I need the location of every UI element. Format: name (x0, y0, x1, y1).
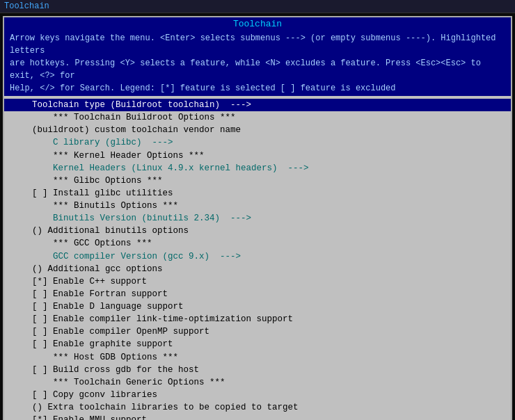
help-text: Arrow keys navigate the menu. <Enter> se… (4, 31, 511, 96)
menu-item-25[interactable]: [*] Enable MMU support (4, 414, 511, 420)
menu-item-4[interactable]: *** Kernel Header Options *** (4, 150, 511, 162)
menu-item-17[interactable]: [ ] Enable compiler link-time-optimizati… (4, 313, 511, 325)
menu-item-1[interactable]: *** Toolchain Buildroot Options *** (4, 111, 511, 124)
menu-item-18[interactable]: [ ] Enable compiler OpenMP support (4, 325, 511, 338)
menu-item-10[interactable]: () Additional binutils options (4, 225, 511, 237)
menu-item-19[interactable]: [ ] Enable graphite support (4, 338, 511, 350)
menu-item-11[interactable]: *** GCC Options *** (4, 237, 511, 250)
title-bar: Toolchain (0, 0, 515, 13)
title-bar-label: Toolchain (4, 1, 49, 11)
menu-item-7[interactable]: [ ] Install glibc utilities (4, 187, 511, 200)
menu-item-0[interactable]: Toolchain type (Buildroot toolchain) ---… (4, 99, 511, 111)
menu-item-16[interactable]: [ ] Enable D language support (4, 300, 511, 313)
menu-item-3[interactable]: C library (glibc) ---> (4, 136, 511, 149)
menu-item-9[interactable]: Binutils Version (binutils 2.34) ---> (4, 212, 511, 225)
window-title: Toolchain (4, 17, 511, 31)
menu-item-15[interactable]: [ ] Enable Fortran support (4, 288, 511, 300)
menu-item-21[interactable]: [ ] Build cross gdb for the host (4, 364, 511, 376)
menu-item-20[interactable]: *** Host GDB Options *** (4, 351, 511, 364)
menu-item-2[interactable]: (buildroot) custom toolchain vendor name (4, 124, 511, 136)
menu-item-13[interactable]: () Additional gcc options (4, 263, 511, 275)
menu-item-24[interactable]: () Extra toolchain libraries to be copie… (4, 401, 511, 414)
terminal-outer: Toolchain Toolchain Arrow keys navigate … (0, 0, 515, 420)
menu-item-8[interactable]: *** Binutils Options *** (4, 200, 511, 212)
help-line-2: are hotkeys. Pressing <Y> selects a feat… (10, 57, 505, 82)
terminal-window: Toolchain Arrow keys navigate the menu. … (3, 16, 512, 420)
menu-items-container: Toolchain type (Buildroot toolchain) ---… (4, 99, 511, 420)
menu-item-12[interactable]: GCC compiler Version (gcc 9.x) ---> (4, 250, 511, 263)
menu-item-14[interactable]: [*] Enable C++ support (4, 275, 511, 288)
menu-item-22[interactable]: *** Toolchain Generic Options *** (4, 376, 511, 389)
help-line-1: Arrow keys navigate the menu. <Enter> se… (10, 32, 505, 57)
menu-item-6[interactable]: *** Glibc Options *** (4, 175, 511, 187)
menu-item-5[interactable]: Kernel Headers (Linux 4.9.x kernel heade… (4, 162, 511, 175)
menu-item-23[interactable]: [ ] Copy gconv libraries (4, 389, 511, 401)
menu-area: Toolchain type (Buildroot toolchain) ---… (4, 96, 511, 420)
help-line-3: Help, </> for Search. Legend: [*] featur… (10, 82, 505, 95)
